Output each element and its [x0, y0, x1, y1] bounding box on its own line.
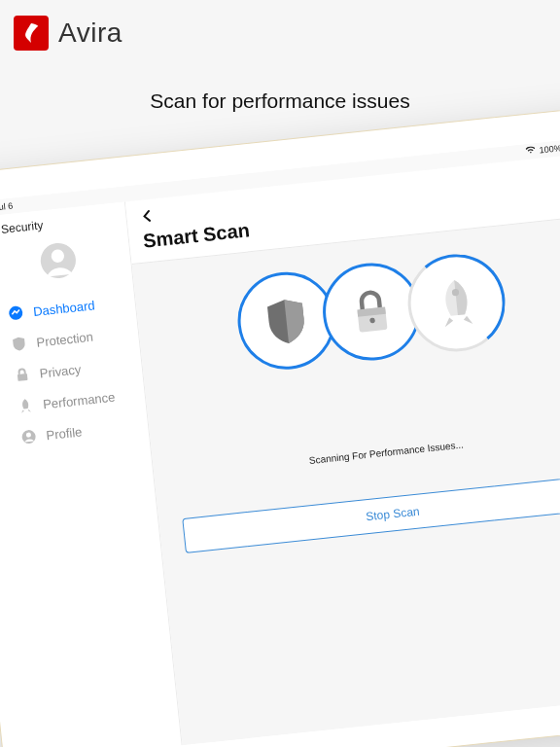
- scan-circle-performance: [403, 249, 510, 356]
- svg-point-9: [452, 289, 460, 297]
- scan-status: Scanning For Performance Issues...: [154, 423, 560, 482]
- brand-name: Avira: [58, 18, 122, 49]
- lock-icon: [14, 367, 31, 384]
- rocket-icon: [17, 397, 34, 414]
- status-date: n Jul 6: [0, 201, 14, 214]
- battery-percent: 100%: [539, 143, 560, 155]
- sidebar-item-label: Performance: [42, 389, 116, 411]
- brand-header: Avira: [0, 0, 560, 60]
- profile-icon: [20, 428, 38, 445]
- stop-scan-button[interactable]: Stop Scan: [182, 475, 560, 553]
- sidebar-item-label: Protection: [36, 329, 94, 349]
- wifi-icon: [525, 146, 536, 157]
- main-panel: Smart Scan: [125, 153, 560, 745]
- avira-logo-icon: [14, 16, 49, 51]
- sidebar-item-label: Profile: [46, 424, 83, 443]
- dashboard-icon: [7, 304, 24, 322]
- scan-progress-icons: [134, 239, 560, 385]
- sidebar-item-label: Privacy: [39, 362, 82, 380]
- ipad-mockup: n Jul 6 100% ro Security: [0, 104, 560, 747]
- sidebar-item-label: Dashboard: [32, 298, 95, 319]
- avatar-icon[interactable]: [37, 240, 78, 281]
- tagline: Scan for performance issues: [0, 89, 560, 113]
- svg-rect-3: [18, 374, 28, 381]
- shield-icon: [11, 336, 28, 353]
